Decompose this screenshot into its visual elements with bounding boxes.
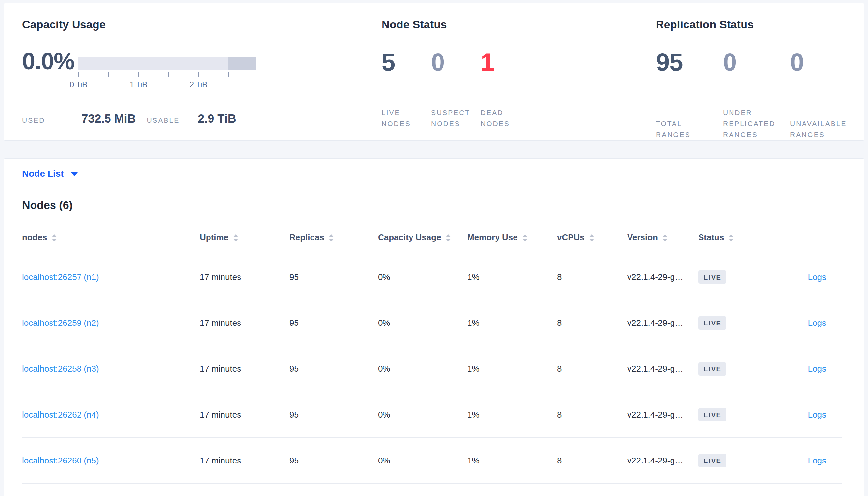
replicas-cell: 95 xyxy=(289,318,378,328)
column-header-memory-use[interactable]: Memory Use xyxy=(467,232,557,245)
unavailable-ranges-count: 0 xyxy=(790,49,842,75)
column-header-replicas[interactable]: Replicas xyxy=(289,232,378,245)
sort-icon xyxy=(589,234,594,242)
memory-cell: 1% xyxy=(467,410,557,420)
column-header-uptime[interactable]: Uptime xyxy=(200,232,289,245)
axis-tick xyxy=(168,72,169,77)
view-selector[interactable]: Node List xyxy=(4,159,864,189)
replicas-cell: 95 xyxy=(289,364,378,374)
usable-value: 2.9 TiB xyxy=(198,112,236,126)
column-header-version[interactable]: Version xyxy=(627,232,698,245)
total-ranges-count: 95 xyxy=(656,49,707,75)
table-row: localhost:26259 (n2) 17 minutes 95 0% 1%… xyxy=(22,300,842,346)
replicas-cell: 95 xyxy=(289,456,378,466)
node-link[interactable]: localhost:26257 (n1) xyxy=(22,272,99,282)
suspect-nodes-label: SUSPECT NODES xyxy=(431,107,474,129)
column-label: Replicas xyxy=(289,232,324,245)
total-ranges-label: TOTAL RANGES xyxy=(656,118,707,140)
axis-tick xyxy=(108,72,109,77)
axis-tick xyxy=(198,72,199,77)
capacity-cell: 0% xyxy=(378,364,467,374)
capacity-bar xyxy=(78,57,256,69)
axis-tick xyxy=(78,72,79,77)
replication-values: 95 0 0 xyxy=(656,49,864,75)
logs-link[interactable]: Logs xyxy=(808,364,826,374)
node-link[interactable]: localhost:26258 (n3) xyxy=(22,364,99,374)
under-replicated-ranges-label: UNDER- REPLICATED RANGES xyxy=(723,107,775,140)
capacity-usage-panel: Capacity Usage 0.0% 0 TiB 1 TiB 2 TiB xyxy=(4,3,378,140)
column-label: Capacity Usage xyxy=(378,232,441,245)
uptime-cell: 17 minutes xyxy=(200,272,289,282)
vcpus-cell: 8 xyxy=(557,410,627,420)
sort-icon xyxy=(233,234,238,242)
memory-cell: 1% xyxy=(467,456,557,466)
node-link[interactable]: localhost:26260 (n5) xyxy=(22,456,99,465)
column-header-capacity-usage[interactable]: Capacity Usage xyxy=(378,232,467,245)
sort-icon xyxy=(446,234,451,242)
vcpus-cell: 8 xyxy=(557,318,627,328)
sort-icon xyxy=(52,234,57,242)
node-link[interactable]: localhost:26262 (n4) xyxy=(22,410,99,419)
logs-link[interactable]: Logs xyxy=(808,318,826,328)
status-badge: LIVE xyxy=(698,454,726,467)
capacity-cell: 0% xyxy=(378,410,467,420)
vcpus-cell: 8 xyxy=(557,456,627,466)
column-header-status[interactable]: Status xyxy=(698,232,781,245)
uptime-cell: 17 minutes xyxy=(200,410,289,420)
uptime-cell: 17 minutes xyxy=(200,364,289,374)
dead-nodes-label: DEAD NODES xyxy=(481,107,524,129)
vcpus-cell: 8 xyxy=(557,272,627,282)
logs-link[interactable]: Logs xyxy=(808,272,826,282)
sort-icon xyxy=(729,234,734,242)
table-header: nodes Uptime Replicas Capacity Usage Mem… xyxy=(22,223,842,254)
vcpus-cell: 8 xyxy=(557,364,627,374)
column-label: Status xyxy=(698,232,724,245)
chevron-down-icon xyxy=(71,172,77,176)
logs-link[interactable]: Logs xyxy=(808,456,826,465)
capacity-gauge-row: 0.0% 0 TiB 1 TiB 2 TiB xyxy=(22,49,378,90)
capacity-axis: 0 TiB 1 TiB 2 TiB xyxy=(78,69,256,90)
capacity-bar-chart: 0 TiB 1 TiB 2 TiB xyxy=(78,57,256,90)
view-selector-label[interactable]: Node List xyxy=(22,169,64,179)
uptime-cell: 17 minutes xyxy=(200,456,289,466)
replicas-cell: 95 xyxy=(289,410,378,420)
suspect-nodes-count: 0 xyxy=(431,49,474,75)
node-status-labels: LIVE NODES SUSPECT NODES DEAD NODES xyxy=(381,107,652,129)
node-link[interactable]: localhost:26259 (n2) xyxy=(22,318,99,328)
column-header-vcpus[interactable]: vCPUs xyxy=(557,232,627,245)
capacity-stats-row: USED 732.5 MiB USABLE 2.9 TiB xyxy=(22,112,378,126)
memory-cell: 1% xyxy=(467,318,557,328)
capacity-cell: 0% xyxy=(378,456,467,466)
table-row: localhost:26257 (n1) 17 minutes 95 0% 1%… xyxy=(22,254,842,300)
sort-icon xyxy=(662,234,668,242)
used-label: USED xyxy=(22,117,45,124)
axis-tick-label: 2 TiB xyxy=(190,80,208,89)
live-nodes-label: LIVE NODES xyxy=(381,107,424,129)
logs-link[interactable]: Logs xyxy=(808,410,826,419)
sort-icon xyxy=(329,234,334,242)
memory-cell: 1% xyxy=(467,364,557,374)
under-replicated-ranges-count: 0 xyxy=(723,49,775,75)
version-cell: v22.1.4-29-g… xyxy=(627,318,698,328)
status-badge: LIVE xyxy=(698,270,726,284)
node-list-card: Node List Nodes (6) nodes Uptime Replica… xyxy=(4,158,864,496)
column-label: Version xyxy=(627,232,658,245)
version-cell: v22.1.4-29-g… xyxy=(627,364,698,374)
version-cell: v22.1.4-29-g… xyxy=(627,272,698,282)
table-row: localhost:26258 (n3) 17 minutes 95 0% 1%… xyxy=(22,346,842,392)
uptime-cell: 17 minutes xyxy=(200,318,289,328)
unavailable-ranges-label: UNAVAILABLE RANGES xyxy=(790,118,842,140)
capacity-cell: 0% xyxy=(378,318,467,328)
column-header-nodes[interactable]: nodes xyxy=(22,232,200,245)
sort-icon xyxy=(522,234,527,242)
axis-tick-label: 1 TiB xyxy=(130,80,148,89)
nodes-section-title: Nodes (6) xyxy=(22,198,842,212)
replication-labels: TOTAL RANGES UNDER- REPLICATED RANGES UN… xyxy=(656,107,864,140)
table-row: localhost:26262 (n4) 17 minutes 95 0% 1%… xyxy=(22,392,842,438)
status-badge: LIVE xyxy=(698,408,726,421)
replication-panel-title: Replication Status xyxy=(656,18,864,31)
status-badge: LIVE xyxy=(698,362,726,376)
node-status-panel-title: Node Status xyxy=(381,18,652,31)
capacity-bar-reserved-segment xyxy=(228,57,256,69)
axis-tick xyxy=(138,72,139,77)
